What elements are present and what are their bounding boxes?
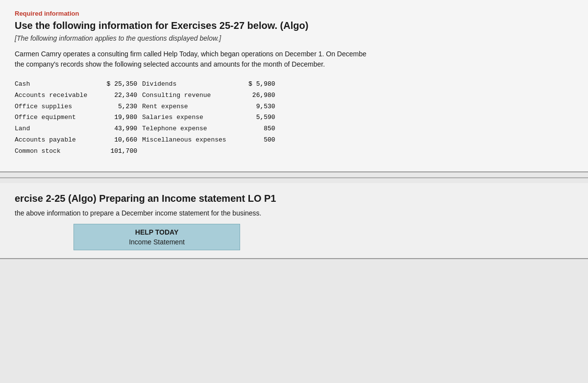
- account-label-6: Common stock: [15, 146, 98, 157]
- statement-title: Income Statement: [82, 238, 232, 246]
- account-labels: Cash Accounts receivable Office supplies…: [15, 78, 98, 157]
- account-label-0: Cash: [15, 79, 98, 90]
- account-label-3: Office equipment: [15, 113, 98, 123]
- data-row-4: 43,990 Telephone expense: [98, 124, 226, 134]
- amount-2: 5,230: [98, 102, 137, 112]
- exercise-action: the above information to prepare a Decem…: [15, 209, 573, 217]
- account-label-5: Accounts payable: [15, 135, 98, 145]
- right-value-1: 26,980: [252, 91, 275, 101]
- right-value-3: 5,590: [256, 113, 275, 123]
- label-3: Salaries expense: [142, 113, 203, 123]
- data-row-3: 19,980 Salaries expense: [98, 113, 226, 123]
- label-2: Rent expense: [142, 102, 188, 112]
- exercise-title: ercise 2-25 (Algo) Preparing an Income s…: [15, 193, 573, 204]
- right-value-4: 850: [264, 124, 275, 134]
- data-row-2: 5,230 Rent expense: [98, 102, 226, 112]
- label-5: Miscellaneous expenses: [142, 135, 226, 145]
- description: Carmen Camry operates a consulting firm …: [15, 49, 573, 70]
- data-row-6: 101,700: [98, 146, 226, 157]
- amount-5: 10,660: [98, 135, 137, 145]
- amount-6: 101,700: [98, 146, 137, 157]
- main-title: Use the following information for Exerci…: [15, 20, 573, 31]
- right-value-2: 9,530: [256, 102, 275, 112]
- section-divider: [0, 177, 588, 178]
- right-values: $ 5,980 26,980 9,530 5,590 850 500: [226, 78, 275, 157]
- exercise-action-text: the above information to prepare a Decem…: [15, 209, 262, 217]
- amount-4: 43,990: [98, 124, 137, 134]
- subtitle: [The following information applies to th…: [15, 34, 573, 42]
- company-name: HELP TODAY: [82, 228, 232, 236]
- amount-1: 22,340: [98, 91, 137, 101]
- amount-3: 19,980: [98, 113, 137, 123]
- data-row-5: 10,660 Miscellaneous expenses: [98, 135, 226, 145]
- right-value-0: $ 5,980: [248, 79, 275, 90]
- label-1: Consulting revenue: [142, 91, 211, 101]
- exercise-section: ercise 2-25 (Algo) Preparing an Income s…: [0, 183, 588, 259]
- right-value-5: 500: [264, 135, 275, 145]
- required-info-label: Required information: [15, 10, 573, 17]
- accounts-table: Cash Accounts receivable Office supplies…: [15, 78, 573, 157]
- label-4: Telephone expense: [142, 124, 207, 134]
- page-container: Required information Use the following i…: [0, 0, 588, 383]
- data-row-1: 22,340 Consulting revenue: [98, 91, 226, 101]
- data-row-0: $ 25,350 Dividends: [98, 79, 226, 90]
- content-area: Required information Use the following i…: [0, 0, 588, 172]
- exercise-partial-title: ercise 2-25 (Algo) Preparing an Income s…: [15, 193, 276, 204]
- amount-0: $ 25,350: [98, 79, 137, 90]
- account-label-2: Office supplies: [15, 102, 98, 112]
- account-label-1: Accounts receivable: [15, 91, 98, 101]
- account-label-4: Land: [15, 124, 98, 134]
- income-statement-box: HELP TODAY Income Statement: [74, 224, 240, 250]
- description-part1: Carmen Camry operates a consulting firm …: [15, 50, 367, 58]
- label-0: Dividends: [142, 79, 176, 90]
- middle-data: $ 25,350 Dividends 22,340 Consulting rev…: [98, 78, 226, 157]
- description-part2: the company's records show the following…: [15, 60, 325, 68]
